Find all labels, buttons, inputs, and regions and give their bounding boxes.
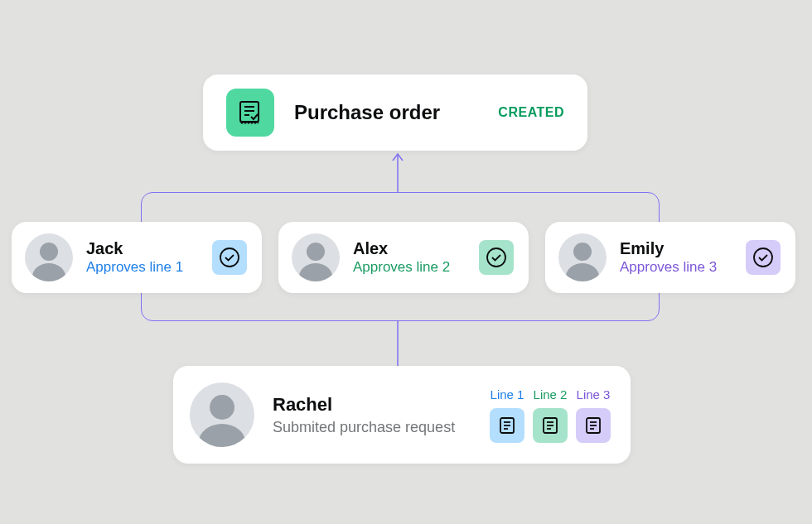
svg-point-10: [299, 263, 332, 281]
approver-name: Emily: [620, 238, 746, 258]
svg-point-6: [40, 243, 58, 261]
svg-point-11: [487, 248, 505, 267]
svg-point-12: [573, 243, 592, 261]
line-item-2: Line 2: [533, 387, 568, 443]
approver-action: Approves line 3: [620, 258, 746, 276]
approver-card-emily: Emily Approves line 3: [545, 222, 795, 293]
check-circle-icon: [746, 240, 781, 275]
requester-card: Rachel Submited purchase request Line 1 …: [173, 366, 631, 464]
svg-point-15: [210, 395, 234, 420]
requester-name: Rachel: [273, 394, 481, 416]
document-icon: [576, 408, 611, 443]
purchase-order-status: CREATED: [498, 105, 564, 120]
requester-action: Submited purchase request: [273, 419, 481, 436]
approver-name: Jack: [86, 238, 212, 258]
purchase-order-title: Purchase order: [294, 101, 498, 124]
svg-point-16: [199, 424, 245, 447]
avatar: [558, 233, 607, 281]
line-label: Line 1: [491, 387, 524, 401]
document-icon: [490, 408, 524, 443]
svg-point-13: [566, 263, 599, 281]
avatar: [25, 233, 73, 281]
svg-point-9: [307, 243, 325, 261]
line-item-3: Line 3: [576, 387, 611, 443]
avatar: [190, 382, 254, 447]
document-icon: [533, 408, 568, 443]
line-label: Line 3: [577, 387, 611, 401]
check-circle-icon: [479, 240, 514, 275]
approver-card-alex: Alex Approves line 2: [278, 222, 529, 293]
svg-point-7: [32, 263, 65, 281]
document-check-icon: [226, 89, 274, 137]
approver-action: Approves line 2: [353, 258, 479, 276]
connector-line-req: [389, 321, 406, 368]
check-circle-icon: [212, 240, 247, 275]
arrow-up-po: [389, 151, 406, 194]
approver-name: Alex: [353, 238, 479, 258]
svg-point-8: [220, 248, 239, 267]
line-item-1: Line 1: [490, 387, 524, 443]
purchase-order-card: Purchase order CREATED: [203, 75, 587, 151]
avatar: [292, 233, 340, 281]
approver-action: Approves line 1: [86, 258, 212, 276]
line-label: Line 2: [534, 387, 568, 401]
svg-point-14: [754, 248, 772, 267]
approver-card-jack: Jack Approves line 1: [12, 222, 262, 293]
